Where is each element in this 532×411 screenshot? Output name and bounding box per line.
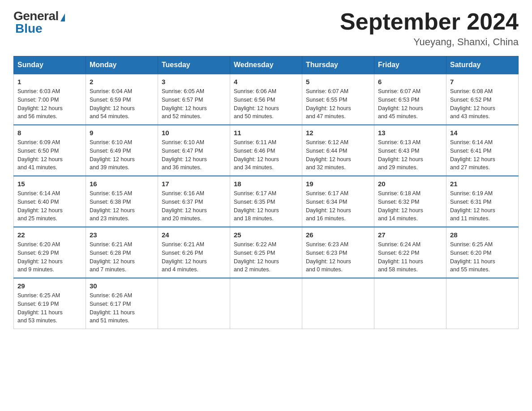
calendar-cell: 20Sunrise: 6:18 AM Sunset: 6:32 PM Dayli… [374, 176, 446, 227]
weekday-header-tuesday: Tuesday [158, 56, 230, 74]
day-info: Sunrise: 6:07 AM Sunset: 6:53 PM Dayligh… [378, 87, 442, 121]
calendar-cell [446, 278, 519, 329]
weekday-header-friday: Friday [374, 56, 446, 74]
day-info: Sunrise: 6:21 AM Sunset: 6:28 PM Dayligh… [90, 240, 154, 274]
calendar-cell: 10Sunrise: 6:10 AM Sunset: 6:47 PM Dayli… [158, 125, 230, 176]
day-number: 11 [234, 129, 298, 137]
calendar-cell: 8Sunrise: 6:09 AM Sunset: 6:50 PM Daylig… [14, 125, 86, 176]
day-info: Sunrise: 6:17 AM Sunset: 6:35 PM Dayligh… [234, 189, 298, 223]
calendar-cell: 6Sunrise: 6:07 AM Sunset: 6:53 PM Daylig… [374, 74, 446, 125]
day-number: 30 [90, 282, 154, 290]
calendar-week-row: 8Sunrise: 6:09 AM Sunset: 6:50 PM Daylig… [14, 125, 519, 176]
day-number: 8 [17, 129, 82, 137]
calendar-cell: 15Sunrise: 6:14 AM Sunset: 6:40 PM Dayli… [14, 176, 86, 227]
day-number: 27 [378, 231, 442, 239]
day-info: Sunrise: 6:12 AM Sunset: 6:44 PM Dayligh… [306, 138, 370, 172]
calendar-week-row: 22Sunrise: 6:20 AM Sunset: 6:29 PM Dayli… [14, 227, 519, 278]
calendar-cell: 2Sunrise: 6:04 AM Sunset: 6:59 PM Daylig… [86, 74, 158, 125]
day-number: 13 [378, 129, 442, 137]
weekday-header-monday: Monday [86, 56, 158, 74]
calendar-cell [230, 278, 302, 329]
calendar-cell: 9Sunrise: 6:10 AM Sunset: 6:49 PM Daylig… [86, 125, 158, 176]
day-info: Sunrise: 6:16 AM Sunset: 6:37 PM Dayligh… [162, 189, 226, 223]
day-info: Sunrise: 6:13 AM Sunset: 6:43 PM Dayligh… [378, 138, 442, 172]
day-number: 14 [450, 129, 515, 137]
day-info: Sunrise: 6:24 AM Sunset: 6:22 PM Dayligh… [378, 240, 442, 274]
calendar-cell: 13Sunrise: 6:13 AM Sunset: 6:43 PM Dayli… [374, 125, 446, 176]
day-info: Sunrise: 6:23 AM Sunset: 6:23 PM Dayligh… [306, 240, 370, 274]
calendar-cell [374, 278, 446, 329]
day-info: Sunrise: 6:06 AM Sunset: 6:56 PM Dayligh… [234, 87, 298, 121]
day-number: 16 [90, 180, 154, 188]
calendar-cell: 28Sunrise: 6:25 AM Sunset: 6:20 PM Dayli… [446, 227, 519, 278]
day-info: Sunrise: 6:07 AM Sunset: 6:55 PM Dayligh… [306, 87, 370, 121]
calendar-cell [158, 278, 230, 329]
calendar-cell: 29Sunrise: 6:25 AM Sunset: 6:19 PM Dayli… [14, 278, 86, 329]
day-number: 20 [378, 180, 442, 188]
logo: General Blue [13, 9, 65, 36]
day-number: 1 [17, 78, 82, 86]
calendar-subtitle: Yueyang, Shanxi, China [340, 36, 519, 48]
calendar-title: September 2024 [340, 9, 519, 34]
day-info: Sunrise: 6:26 AM Sunset: 6:17 PM Dayligh… [90, 291, 154, 325]
day-info: Sunrise: 6:25 AM Sunset: 6:20 PM Dayligh… [450, 240, 515, 274]
day-number: 29 [17, 282, 82, 290]
day-number: 5 [306, 78, 370, 86]
day-number: 18 [234, 180, 298, 188]
day-number: 15 [17, 180, 82, 188]
day-number: 6 [378, 78, 442, 86]
logo-triangle-icon [60, 13, 65, 21]
day-number: 23 [90, 231, 154, 239]
day-number: 26 [306, 231, 370, 239]
title-section: September 2024 Yueyang, Shanxi, China [340, 9, 519, 48]
calendar-cell: 1Sunrise: 6:03 AM Sunset: 7:00 PM Daylig… [14, 74, 86, 125]
calendar-week-row: 29Sunrise: 6:25 AM Sunset: 6:19 PM Dayli… [14, 278, 519, 329]
day-number: 22 [17, 231, 82, 239]
calendar-cell: 22Sunrise: 6:20 AM Sunset: 6:29 PM Dayli… [14, 227, 86, 278]
calendar-cell: 11Sunrise: 6:11 AM Sunset: 6:46 PM Dayli… [230, 125, 302, 176]
day-info: Sunrise: 6:21 AM Sunset: 6:26 PM Dayligh… [162, 240, 226, 274]
day-number: 21 [450, 180, 515, 188]
calendar-cell: 17Sunrise: 6:16 AM Sunset: 6:37 PM Dayli… [158, 176, 230, 227]
calendar-cell: 23Sunrise: 6:21 AM Sunset: 6:28 PM Dayli… [86, 227, 158, 278]
calendar-cell: 18Sunrise: 6:17 AM Sunset: 6:35 PM Dayli… [230, 176, 302, 227]
weekday-header-sunday: Sunday [14, 56, 86, 74]
day-info: Sunrise: 6:20 AM Sunset: 6:29 PM Dayligh… [17, 240, 82, 274]
calendar-cell: 26Sunrise: 6:23 AM Sunset: 6:23 PM Dayli… [302, 227, 374, 278]
day-info: Sunrise: 6:22 AM Sunset: 6:25 PM Dayligh… [234, 240, 298, 274]
day-number: 4 [234, 78, 298, 86]
day-info: Sunrise: 6:15 AM Sunset: 6:38 PM Dayligh… [90, 189, 154, 223]
calendar-cell: 27Sunrise: 6:24 AM Sunset: 6:22 PM Dayli… [374, 227, 446, 278]
day-number: 19 [306, 180, 370, 188]
day-number: 7 [450, 78, 515, 86]
calendar-cell: 4Sunrise: 6:06 AM Sunset: 6:56 PM Daylig… [230, 74, 302, 125]
weekday-header-wednesday: Wednesday [230, 56, 302, 74]
calendar-cell [302, 278, 374, 329]
day-number: 24 [162, 231, 226, 239]
day-number: 9 [90, 129, 154, 137]
calendar-table: SundayMondayTuesdayWednesdayThursdayFrid… [13, 56, 519, 329]
calendar-cell: 16Sunrise: 6:15 AM Sunset: 6:38 PM Dayli… [86, 176, 158, 227]
day-info: Sunrise: 6:05 AM Sunset: 6:57 PM Dayligh… [162, 87, 226, 121]
day-number: 3 [162, 78, 226, 86]
day-number: 25 [234, 231, 298, 239]
day-info: Sunrise: 6:10 AM Sunset: 6:47 PM Dayligh… [162, 138, 226, 172]
day-info: Sunrise: 6:11 AM Sunset: 6:46 PM Dayligh… [234, 138, 298, 172]
day-info: Sunrise: 6:18 AM Sunset: 6:32 PM Dayligh… [378, 189, 442, 223]
day-number: 2 [90, 78, 154, 86]
calendar-cell: 7Sunrise: 6:08 AM Sunset: 6:52 PM Daylig… [446, 74, 519, 125]
weekday-header-saturday: Saturday [446, 56, 519, 74]
day-number: 10 [162, 129, 226, 137]
day-number: 28 [450, 231, 515, 239]
day-info: Sunrise: 6:10 AM Sunset: 6:49 PM Dayligh… [90, 138, 154, 172]
calendar-cell: 21Sunrise: 6:19 AM Sunset: 6:31 PM Dayli… [446, 176, 519, 227]
page-header: General Blue September 2024 Yueyang, Sha… [13, 9, 519, 48]
calendar-week-row: 1Sunrise: 6:03 AM Sunset: 7:00 PM Daylig… [14, 74, 519, 125]
calendar-cell: 14Sunrise: 6:14 AM Sunset: 6:41 PM Dayli… [446, 125, 519, 176]
day-info: Sunrise: 6:14 AM Sunset: 6:41 PM Dayligh… [450, 138, 515, 172]
calendar-cell: 5Sunrise: 6:07 AM Sunset: 6:55 PM Daylig… [302, 74, 374, 125]
calendar-cell: 3Sunrise: 6:05 AM Sunset: 6:57 PM Daylig… [158, 74, 230, 125]
calendar-cell: 30Sunrise: 6:26 AM Sunset: 6:17 PM Dayli… [86, 278, 158, 329]
calendar-cell: 25Sunrise: 6:22 AM Sunset: 6:25 PM Dayli… [230, 227, 302, 278]
calendar-cell: 12Sunrise: 6:12 AM Sunset: 6:44 PM Dayli… [302, 125, 374, 176]
